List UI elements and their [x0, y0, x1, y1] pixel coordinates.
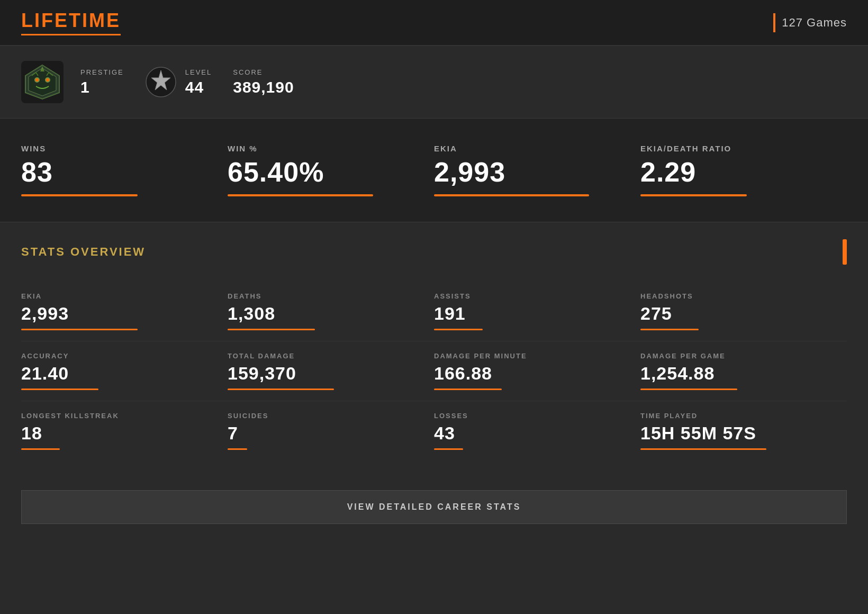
- stats-overview-section: STATS OVERVIEW EKIA 2,993 DEATHS 1,308 A…: [0, 222, 868, 477]
- detail-bar-0: [21, 329, 138, 330]
- detail-label-3: HEADSHOTS: [640, 292, 834, 300]
- level-block: LEVEL 44: [185, 68, 212, 96]
- main-stat-label-3: EKIA/DEATH RATIO: [640, 144, 834, 153]
- detail-value-3: 275: [640, 304, 834, 322]
- detail-stat-5: TOTAL DAMAGE 159,370: [228, 341, 434, 401]
- detail-stat-11: TIME PLAYED 15H 55M 57S: [640, 401, 847, 460]
- detail-bar-10: [434, 448, 463, 450]
- detail-bar-8: [21, 448, 60, 450]
- detail-label-4: ACCURACY: [21, 352, 215, 360]
- detail-bar-5: [228, 389, 334, 390]
- detail-label-11: TIME PLAYED: [640, 412, 834, 420]
- prestige-info: PRESTIGE 1 LEVEL 44 SCORE 389,190: [80, 66, 294, 98]
- main-stats: WINS 83 WIN % 65.40% EKIA 2,993 EKIA/DEA…: [0, 119, 868, 222]
- detail-label-0: EKIA: [21, 292, 215, 300]
- level-emblem-icon: [145, 66, 177, 98]
- score-label: SCORE: [233, 68, 294, 76]
- main-stat-card-3: EKIA/DEATH RATIO 2.29: [640, 136, 847, 205]
- page-wrapper: LIFETIME 127 Games: [0, 0, 868, 614]
- main-stat-label-1: WIN %: [228, 144, 421, 153]
- detail-bar-3: [640, 329, 699, 330]
- detail-value-8: 18: [21, 424, 215, 442]
- level-value: 44: [185, 78, 212, 96]
- prestige-block: PRESTIGE 1: [80, 68, 124, 96]
- detail-bar-11: [640, 448, 766, 450]
- main-stat-bar-0: [21, 194, 138, 196]
- main-stat-value-0: 83: [21, 158, 215, 186]
- detail-label-2: ASSISTS: [434, 292, 628, 300]
- detail-label-6: DAMAGE PER MINUTE: [434, 352, 628, 360]
- stats-overview-title: STATS OVERVIEW: [21, 245, 146, 259]
- stats-grid: EKIA 2,993 DEATHS 1,308 ASSISTS 191 HEAD…: [21, 282, 847, 460]
- score-block: SCORE 389,190: [233, 68, 294, 96]
- detail-bar-4: [21, 389, 98, 390]
- lifetime-title: LIFETIME: [21, 10, 121, 35]
- main-stat-bar-3: [640, 194, 747, 196]
- view-career-stats-button[interactable]: VIEW DETAILED CAREER STATS: [21, 490, 847, 524]
- detail-value-7: 1,254.88: [640, 364, 834, 382]
- level-label: LEVEL: [185, 68, 212, 76]
- detail-stat-3: HEADSHOTS 275: [640, 282, 847, 341]
- detail-bar-1: [228, 329, 315, 330]
- detail-label-10: LOSSES: [434, 412, 628, 420]
- stats-overview-header: STATS OVERVIEW: [21, 239, 847, 265]
- games-count-label: 127 Games: [782, 16, 847, 30]
- prestige-section: PRESTIGE 1 LEVEL 44 SCORE 389,190: [0, 46, 868, 119]
- main-stat-card-1: WIN % 65.40%: [228, 136, 434, 205]
- prestige-emblem-icon: [21, 61, 64, 103]
- detail-stat-4: ACCURACY 21.40: [21, 341, 228, 401]
- main-stat-bar-1: [228, 194, 373, 196]
- level-group: LEVEL 44: [145, 66, 212, 98]
- detail-label-1: DEATHS: [228, 292, 421, 300]
- detail-value-5: 159,370: [228, 364, 421, 382]
- main-stat-value-2: 2,993: [434, 158, 628, 186]
- detail-stat-2: ASSISTS 191: [434, 282, 640, 341]
- detail-stat-6: DAMAGE PER MINUTE 166.88: [434, 341, 640, 401]
- detail-value-10: 43: [434, 424, 628, 442]
- main-stat-card-0: WINS 83: [21, 136, 228, 205]
- main-stat-bar-2: [434, 194, 589, 196]
- detail-value-4: 21.40: [21, 364, 215, 382]
- detail-value-6: 166.88: [434, 364, 628, 382]
- view-button-container: VIEW DETAILED CAREER STATS: [0, 477, 868, 541]
- prestige-emblem: [21, 61, 64, 103]
- detail-stat-9: SUICIDES 7: [228, 401, 434, 460]
- main-stat-value-3: 2.29: [640, 158, 834, 186]
- scroll-indicator: [843, 239, 847, 265]
- prestige-label: PRESTIGE: [80, 68, 124, 76]
- detail-value-0: 2,993: [21, 304, 215, 322]
- main-stat-label-0: WINS: [21, 144, 215, 153]
- svg-point-6: [46, 78, 49, 82]
- svg-point-5: [35, 78, 39, 82]
- detail-value-1: 1,308: [228, 304, 421, 322]
- detail-label-9: SUICIDES: [228, 412, 421, 420]
- detail-stat-8: LONGEST KILLSTREAK 18: [21, 401, 228, 460]
- detail-label-5: TOTAL DAMAGE: [228, 352, 421, 360]
- header: LIFETIME 127 Games: [0, 0, 868, 46]
- detail-value-2: 191: [434, 304, 628, 322]
- detail-value-9: 7: [228, 424, 421, 442]
- detail-stat-7: DAMAGE PER GAME 1,254.88: [640, 341, 847, 401]
- detail-stat-1: DEATHS 1,308: [228, 282, 434, 341]
- detail-stat-0: EKIA 2,993: [21, 282, 228, 341]
- games-count-container: 127 Games: [773, 13, 847, 32]
- detail-bar-9: [228, 448, 247, 450]
- detail-value-11: 15H 55M 57S: [640, 424, 834, 442]
- score-value: 389,190: [233, 78, 294, 96]
- detail-bar-2: [434, 329, 483, 330]
- main-stat-value-1: 65.40%: [228, 158, 421, 186]
- main-stat-card-2: EKIA 2,993: [434, 136, 640, 205]
- prestige-value: 1: [80, 78, 124, 96]
- detail-stat-10: LOSSES 43: [434, 401, 640, 460]
- games-divider: [773, 13, 775, 32]
- detail-bar-7: [640, 389, 737, 390]
- detail-bar-6: [434, 389, 502, 390]
- detail-label-7: DAMAGE PER GAME: [640, 352, 834, 360]
- detail-label-8: LONGEST KILLSTREAK: [21, 412, 215, 420]
- main-stat-label-2: EKIA: [434, 144, 628, 153]
